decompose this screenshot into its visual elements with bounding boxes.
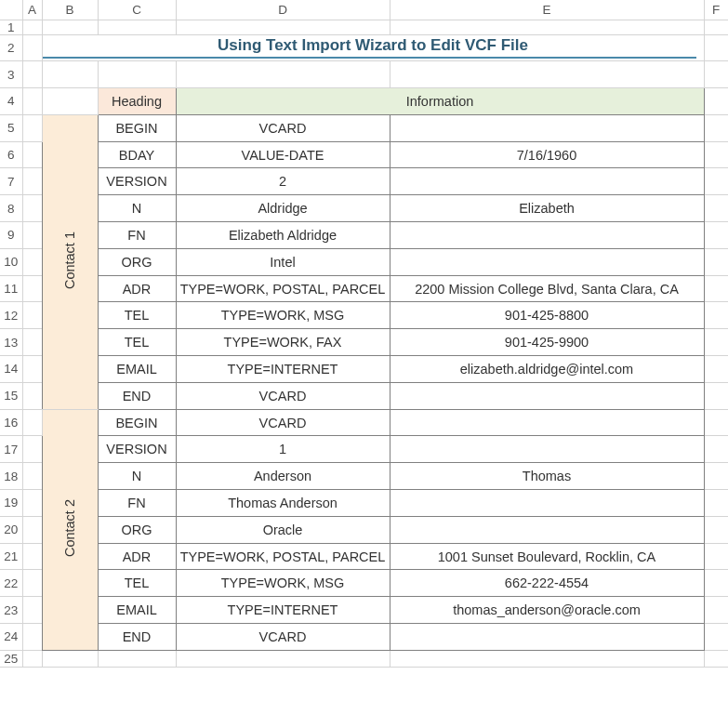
cell[interactable] bbox=[176, 650, 390, 667]
cell[interactable] bbox=[390, 382, 704, 409]
cell[interactable]: BEGIN bbox=[98, 409, 176, 436]
row-header[interactable]: 17 bbox=[0, 436, 22, 463]
cell[interactable] bbox=[42, 61, 98, 88]
cell[interactable] bbox=[390, 490, 704, 517]
cell[interactable] bbox=[704, 356, 728, 383]
row-header[interactable]: 1 bbox=[0, 20, 22, 34]
cell[interactable] bbox=[704, 624, 728, 651]
cell[interactable]: VCARD bbox=[176, 409, 390, 436]
cell[interactable]: END bbox=[98, 382, 176, 409]
row-header[interactable]: 12 bbox=[0, 302, 22, 329]
cell[interactable] bbox=[704, 329, 728, 356]
cell[interactable] bbox=[22, 275, 42, 302]
cell[interactable] bbox=[22, 409, 42, 436]
cell[interactable]: VERSION bbox=[98, 436, 176, 463]
information-header[interactable]: Information bbox=[176, 88, 704, 115]
cell[interactable]: VALUE-DATE bbox=[176, 141, 390, 168]
row-header[interactable]: 25 bbox=[0, 650, 22, 667]
cell[interactable]: ORG bbox=[98, 516, 176, 543]
row-header[interactable]: 11 bbox=[0, 275, 22, 302]
row-header[interactable]: 3 bbox=[0, 61, 22, 88]
row-header[interactable]: 5 bbox=[0, 114, 22, 141]
cell[interactable]: N bbox=[98, 463, 176, 490]
cell[interactable]: Intel bbox=[176, 248, 390, 275]
cell[interactable]: Aldridge bbox=[176, 195, 390, 222]
cell[interactable] bbox=[22, 329, 42, 356]
row-header[interactable]: 15 bbox=[0, 382, 22, 409]
cell[interactable] bbox=[704, 114, 728, 141]
row-header[interactable]: 2 bbox=[0, 34, 22, 61]
col-header[interactable]: D bbox=[176, 0, 390, 20]
row-header[interactable]: 6 bbox=[0, 141, 22, 168]
cell[interactable] bbox=[390, 516, 704, 543]
cell[interactable]: thomas_anderson@oracle.com bbox=[390, 597, 704, 624]
cell[interactable]: END bbox=[98, 624, 176, 651]
cell[interactable] bbox=[176, 61, 390, 88]
cell[interactable]: FN bbox=[98, 222, 176, 249]
cell[interactable] bbox=[42, 20, 98, 34]
row-header[interactable]: 13 bbox=[0, 329, 22, 356]
cell[interactable]: TYPE=INTERNET bbox=[176, 356, 390, 383]
row-header[interactable]: 21 bbox=[0, 543, 22, 570]
cell[interactable] bbox=[390, 409, 704, 436]
contact-1-label[interactable]: Contact 1 bbox=[42, 114, 98, 409]
cell[interactable] bbox=[390, 20, 704, 34]
cell[interactable]: TYPE=WORK, MSG bbox=[176, 570, 390, 597]
cell[interactable] bbox=[704, 543, 728, 570]
cell[interactable]: 901-425-9900 bbox=[390, 329, 704, 356]
cell[interactable] bbox=[22, 88, 42, 115]
cell[interactable] bbox=[42, 650, 98, 667]
cell[interactable] bbox=[704, 382, 728, 409]
cell[interactable] bbox=[22, 436, 42, 463]
cell[interactable] bbox=[98, 650, 176, 667]
cell[interactable] bbox=[22, 356, 42, 383]
col-header[interactable]: C bbox=[98, 0, 176, 20]
cell[interactable]: EMAIL bbox=[98, 356, 176, 383]
cell[interactable]: ADR bbox=[98, 543, 176, 570]
cell[interactable] bbox=[704, 34, 728, 61]
cell[interactable]: TYPE=WORK, MSG bbox=[176, 302, 390, 329]
cell[interactable]: Anderson bbox=[176, 463, 390, 490]
cell[interactable] bbox=[390, 222, 704, 249]
cell[interactable] bbox=[22, 597, 42, 624]
cell[interactable] bbox=[22, 516, 42, 543]
select-all-cell[interactable] bbox=[0, 0, 22, 20]
cell[interactable] bbox=[98, 20, 176, 34]
row-header[interactable]: 7 bbox=[0, 168, 22, 195]
cell[interactable]: 7/16/1960 bbox=[390, 141, 704, 168]
cell[interactable]: Elizabeth bbox=[390, 195, 704, 222]
cell[interactable] bbox=[22, 490, 42, 517]
cell[interactable] bbox=[704, 570, 728, 597]
cell[interactable]: ADR bbox=[98, 275, 176, 302]
cell[interactable] bbox=[22, 34, 42, 61]
col-header[interactable]: A bbox=[22, 0, 42, 20]
cell[interactable] bbox=[22, 463, 42, 490]
row-header[interactable]: 24 bbox=[0, 624, 22, 651]
cell[interactable]: Thomas Anderson bbox=[176, 490, 390, 517]
cell[interactable] bbox=[390, 436, 704, 463]
cell[interactable] bbox=[704, 302, 728, 329]
cell[interactable]: elizabeth.aldridge@intel.com bbox=[390, 356, 704, 383]
row-header[interactable]: 16 bbox=[0, 409, 22, 436]
cell[interactable]: ORG bbox=[98, 248, 176, 275]
cell[interactable]: FN bbox=[98, 490, 176, 517]
title-cell[interactable]: Using Text Import Wizard to Edit VCF Fil… bbox=[42, 34, 704, 61]
cell[interactable] bbox=[390, 114, 704, 141]
cell[interactable] bbox=[704, 490, 728, 517]
row-header[interactable]: 22 bbox=[0, 570, 22, 597]
cell[interactable]: TYPE=WORK, POSTAL, PARCEL bbox=[176, 275, 390, 302]
row-header[interactable]: 14 bbox=[0, 356, 22, 383]
cell[interactable] bbox=[704, 650, 728, 667]
cell[interactable] bbox=[22, 222, 42, 249]
cell[interactable] bbox=[704, 248, 728, 275]
cell[interactable] bbox=[22, 168, 42, 195]
cell[interactable]: VCARD bbox=[176, 382, 390, 409]
cell[interactable] bbox=[704, 20, 728, 34]
cell[interactable]: Thomas bbox=[390, 463, 704, 490]
cell[interactable] bbox=[704, 436, 728, 463]
cell[interactable] bbox=[22, 543, 42, 570]
row-header[interactable]: 20 bbox=[0, 516, 22, 543]
cell[interactable] bbox=[22, 114, 42, 141]
cell[interactable]: VCARD bbox=[176, 114, 390, 141]
cell[interactable]: EMAIL bbox=[98, 597, 176, 624]
